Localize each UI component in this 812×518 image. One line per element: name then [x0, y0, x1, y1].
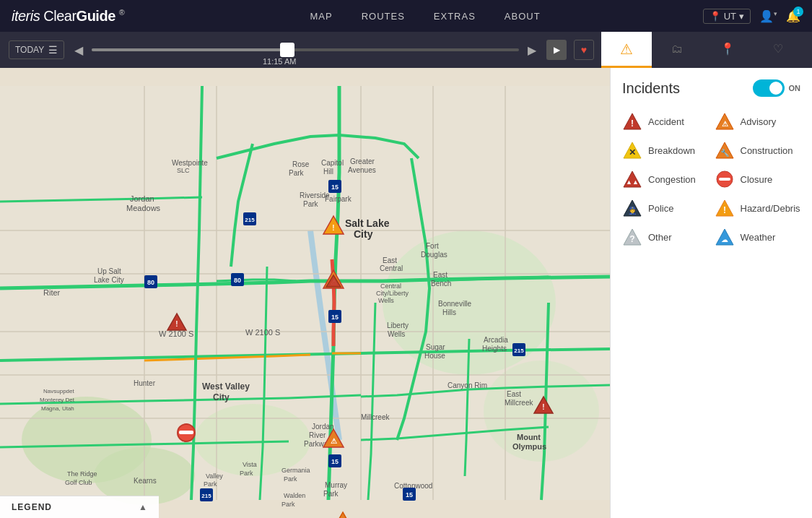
- toggle-container: ON: [753, 79, 801, 97]
- svg-text:Navsuppdet: Navsuppdet: [43, 388, 74, 394]
- map-area[interactable]: Jordan Meadows Riter Up Salt Lake City W…: [0, 68, 610, 518]
- svg-text:City: City: [213, 392, 230, 402]
- svg-text:Park: Park: [323, 490, 339, 498]
- logo-area: iteris ClearGuide ®: [12, 8, 124, 25]
- svg-text:Douglas: Douglas: [421, 251, 448, 259]
- favorite-button[interactable]: ♥: [574, 40, 594, 60]
- closure-icon: [715, 169, 735, 189]
- timeline-bar: TODAY ☰ ◀ 11:15 AM ▶ ▶ ♥ ⚠ 🗂 📍 ♡: [0, 32, 812, 68]
- nav-about[interactable]: ABOUT: [490, 0, 555, 32]
- notification-icon[interactable]: 🔔 1: [786, 9, 800, 23]
- svg-text:Golf Club: Golf Club: [65, 479, 92, 486]
- svg-text:Capitol: Capitol: [321, 159, 344, 167]
- timeline-right-arrow[interactable]: ▶: [525, 40, 539, 60]
- svg-text:River: River: [309, 431, 326, 439]
- svg-text:Jordan: Jordan: [312, 423, 334, 431]
- notification-badge: 1: [793, 7, 803, 17]
- legend[interactable]: LEGEND ▲: [0, 496, 159, 518]
- user-icon[interactable]: 👤▾: [759, 9, 777, 23]
- svg-text:Walden: Walden: [284, 492, 305, 499]
- incident-hazard[interactable]: ! Hazard/Debris: [715, 198, 801, 218]
- logo: iteris ClearGuide ®: [12, 8, 124, 25]
- timeline-thumb[interactable]: [280, 43, 294, 57]
- svg-text:!: !: [332, 224, 334, 232]
- panel-tabs: ⚠ 🗂 📍 ♡: [601, 32, 803, 68]
- svg-text:15: 15: [331, 314, 339, 321]
- svg-text:Central: Central: [380, 282, 401, 290]
- incident-other[interactable]: ? Other: [622, 227, 709, 247]
- svg-text:Hunter: Hunter: [134, 379, 156, 387]
- incident-breakdown[interactable]: ✕ Breakdown: [622, 140, 709, 160]
- incidents-title: Incidents: [622, 80, 680, 97]
- region-selector[interactable]: 📍 UT ▾: [703, 9, 751, 24]
- timeline-track: ◀ 11:15 AM ▶: [71, 40, 539, 60]
- accident-label: Accident: [648, 116, 684, 127]
- svg-text:Millcreek: Millcreek: [361, 413, 390, 421]
- location-pin-icon: 📍: [710, 11, 721, 22]
- nav-routes[interactable]: ROUTES: [347, 0, 419, 32]
- svg-text:Westpointe: Westpointe: [172, 159, 208, 167]
- svg-text:Jordan: Jordan: [130, 194, 154, 203]
- timeline-left-arrow[interactable]: ◀: [71, 40, 86, 60]
- toggle-on-label: ON: [789, 84, 801, 92]
- tab-layers[interactable]: 🗂: [652, 32, 702, 68]
- today-button[interactable]: TODAY ☰: [9, 40, 64, 59]
- svg-text:W 2100 S: W 2100 S: [245, 328, 280, 337]
- svg-text:Liberty: Liberty: [387, 321, 409, 329]
- incident-advisory[interactable]: ⚠ Advisory: [715, 111, 801, 131]
- incidents-toggle[interactable]: [753, 79, 785, 97]
- svg-text:👮: 👮: [628, 206, 637, 215]
- svg-text:Meadows: Meadows: [126, 204, 161, 212]
- nav-map[interactable]: MAP: [295, 0, 346, 32]
- tab-incidents[interactable]: ⚠: [601, 32, 652, 68]
- other-icon: ?: [622, 227, 642, 247]
- incident-accident[interactable]: ! Accident: [622, 111, 709, 131]
- breakdown-label: Breakdown: [648, 145, 695, 156]
- svg-text:Magna, Utah: Magna, Utah: [41, 405, 74, 412]
- svg-text:West Valley: West Valley: [202, 381, 250, 392]
- weather-label: Weather: [741, 232, 776, 243]
- incident-congestion[interactable]: ▲▲ Congestion: [622, 169, 709, 189]
- timeline-slider[interactable]: 11:15 AM: [92, 48, 519, 51]
- incident-weather[interactable]: ☁ Weather: [715, 227, 801, 247]
- nav-extras[interactable]: EXTRAS: [419, 0, 490, 32]
- svg-text:Olympus: Olympus: [512, 442, 546, 451]
- svg-text:Riter: Riter: [43, 288, 61, 297]
- incident-police[interactable]: 👮 Police: [622, 198, 709, 218]
- svg-text:Salt Lake: Salt Lake: [345, 217, 390, 229]
- svg-text:Avenues: Avenues: [348, 166, 376, 174]
- svg-text:⚠: ⚠: [721, 120, 728, 128]
- incident-closure[interactable]: Closure: [715, 169, 801, 189]
- svg-text:?: ?: [629, 234, 634, 244]
- svg-text:Park: Park: [204, 480, 217, 488]
- construction-label: Construction: [741, 145, 793, 156]
- svg-text:✕: ✕: [629, 147, 636, 157]
- breakdown-icon: ✕: [622, 140, 642, 160]
- tab-heart[interactable]: ♡: [753, 32, 803, 68]
- play-button[interactable]: ▶: [546, 40, 567, 60]
- legend-chevron-icon: ▲: [139, 502, 147, 512]
- incident-construction[interactable]: 🔧 Construction: [715, 140, 801, 160]
- svg-text:Fairpark: Fairpark: [325, 195, 352, 203]
- closure-label: Closure: [741, 174, 773, 185]
- svg-text:215: 215: [245, 217, 255, 223]
- svg-text:▲▲: ▲▲: [626, 178, 639, 186]
- svg-text:Hills: Hills: [442, 308, 456, 316]
- advisory-label: Advisory: [741, 116, 777, 127]
- logo-iteris: iteris: [12, 8, 40, 24]
- svg-text:Monterey Det: Monterey Det: [40, 397, 75, 403]
- tab-map-pin[interactable]: 📍: [702, 32, 753, 68]
- hazard-label: Hazard/Debris: [741, 203, 800, 214]
- hazard-icon: !: [715, 198, 735, 218]
- header-right: 📍 UT ▾ 👤▾ 🔔 1: [703, 9, 800, 24]
- svg-text:⚠: ⚠: [331, 437, 337, 445]
- svg-text:Park: Park: [281, 501, 295, 508]
- svg-rect-127: [719, 178, 730, 181]
- svg-text:Central: Central: [380, 264, 403, 272]
- svg-text:Park: Park: [240, 470, 253, 477]
- svg-text:Park: Park: [303, 200, 319, 208]
- weather-icon: ☁: [715, 227, 735, 247]
- congestion-icon: ▲▲: [622, 169, 642, 189]
- svg-text:☁: ☁: [721, 236, 728, 243]
- logo-clear: Clear: [43, 8, 76, 24]
